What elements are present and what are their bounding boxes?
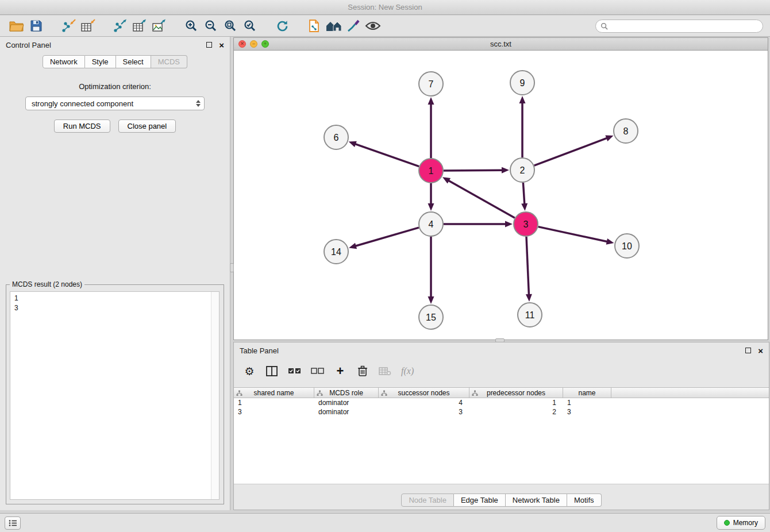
column-header-shared-name[interactable]: shared name <box>234 388 314 398</box>
control-panel-close-button[interactable]: × <box>219 41 224 49</box>
graph-node-1[interactable]: 1 <box>419 159 443 183</box>
graph-node-3[interactable]: 3 <box>514 212 538 236</box>
table-settings-button[interactable]: ⚙ <box>243 364 256 379</box>
paintbrush-icon <box>346 19 360 33</box>
network-document-button[interactable] <box>305 17 324 35</box>
task-history-button[interactable] <box>5 516 21 530</box>
import-table-icon <box>80 19 95 33</box>
tab-network[interactable]: Network <box>43 55 85 68</box>
horizontal-splitter-handle[interactable] <box>495 338 505 342</box>
vertical-splitter-handle[interactable] <box>230 263 234 272</box>
column-header-successor-nodes[interactable]: successor nodes <box>379 388 469 398</box>
tab-node-table[interactable]: Node Table <box>401 494 454 507</box>
table-panel-close-button[interactable]: × <box>758 346 763 355</box>
graph-edge-3-10[interactable] <box>538 227 609 242</box>
dropdown-stepper-icon <box>196 100 201 107</box>
zoom-out-button[interactable] <box>201 17 221 35</box>
import-table-button[interactable] <box>78 17 98 35</box>
export-table-button[interactable] <box>130 17 149 35</box>
zoom-fit-button[interactable] <box>221 17 240 35</box>
memory-status-icon <box>724 520 730 526</box>
graph-edge-1-6[interactable] <box>354 144 419 167</box>
export-network-button[interactable] <box>110 17 130 35</box>
show-details-button[interactable] <box>363 17 383 35</box>
search-input[interactable] <box>611 22 758 30</box>
import-network-icon <box>61 19 76 33</box>
cell-name: 3 <box>563 407 611 417</box>
delete-column-button[interactable] <box>356 364 369 379</box>
result-scrollbar[interactable] <box>211 292 219 499</box>
table-panel-float-button[interactable] <box>745 348 751 353</box>
network-graph[interactable]: 7968124314101511 <box>234 51 768 340</box>
add-column-button[interactable]: + <box>334 364 346 379</box>
maximize-window-icon[interactable]: + <box>261 40 269 48</box>
graph-node-15[interactable]: 15 <box>419 305 443 329</box>
graph-node-2[interactable]: 2 <box>510 158 534 182</box>
table-panel-title: Table Panel <box>240 346 279 355</box>
function-builder-button[interactable]: f(x) <box>401 364 414 379</box>
network-canvas[interactable]: 7968124314101511 <box>234 51 768 340</box>
graph-edge-3-1[interactable] <box>448 180 515 218</box>
graph-node-label-10: 10 <box>622 241 632 251</box>
memory-button[interactable]: Memory <box>717 516 765 530</box>
cell-mcds-role: dominator <box>314 407 379 417</box>
column-header-name[interactable]: name <box>563 388 611 398</box>
graph-edge-3-11[interactable] <box>526 237 529 296</box>
table-header-row: shared name MCDS role successor nodes <box>234 387 769 398</box>
tab-style[interactable]: Style <box>85 55 116 68</box>
cell-shared-name: 3 <box>234 407 314 417</box>
home-button[interactable] <box>324 17 344 35</box>
graph-node-10[interactable]: 10 <box>615 234 639 258</box>
table-row[interactable]: 1 dominator 4 1 1 <box>234 398 769 407</box>
tab-select[interactable]: Select <box>116 55 151 68</box>
refresh-network-button[interactable] <box>272 17 292 35</box>
show-columns-button[interactable] <box>265 364 278 379</box>
control-panel-float-button[interactable] <box>206 42 212 48</box>
graph-node-label-3: 3 <box>523 219 529 229</box>
graph-node-11[interactable]: 11 <box>518 303 542 327</box>
graph-node-label-1: 1 <box>429 166 434 176</box>
tab-network-table[interactable]: Network Table <box>506 494 567 507</box>
optimization-criterion-value: strongly connected component <box>32 99 133 108</box>
refresh-icon <box>276 20 289 33</box>
fx-icon: f(x) <box>401 366 414 376</box>
delete-table-button[interactable] <box>379 364 391 379</box>
graph-edge-4-14[interactable] <box>355 228 419 246</box>
graph-node-4[interactable]: 4 <box>419 212 443 236</box>
table-row[interactable]: 3 dominator 3 2 3 <box>234 407 769 417</box>
graph-edge-arrow-1-2 <box>502 167 509 174</box>
cell-name: 1 <box>563 398 611 407</box>
cell-mcds-role: dominator <box>314 398 379 407</box>
optimization-criterion-select[interactable]: strongly connected component <box>25 97 205 110</box>
minimize-window-icon[interactable]: − <box>250 40 257 48</box>
import-network-button[interactable] <box>59 17 78 35</box>
save-session-button[interactable] <box>26 17 46 35</box>
tab-mcds[interactable]: MCDS <box>151 55 187 68</box>
apply-style-button[interactable] <box>344 17 363 35</box>
graph-node-9[interactable]: 9 <box>510 71 534 95</box>
zoom-selected-button[interactable] <box>240 17 260 35</box>
graph-node-14[interactable]: 14 <box>324 240 348 264</box>
vertical-splitter[interactable] <box>230 37 233 510</box>
graph-node-8[interactable]: 8 <box>614 119 638 143</box>
select-all-rows-button[interactable] <box>288 364 301 379</box>
close-window-icon[interactable]: ✕ <box>238 40 246 48</box>
graph-node-7[interactable]: 7 <box>419 72 443 96</box>
column-header-mcds-role[interactable]: MCDS role <box>314 388 379 398</box>
close-panel-button[interactable]: Close panel <box>118 119 176 133</box>
export-image-button[interactable] <box>149 17 169 35</box>
tab-motifs[interactable]: Motifs <box>567 494 602 507</box>
column-header-predecessor-nodes[interactable]: predecessor nodes <box>469 388 563 398</box>
graph-edge-1-2[interactable] <box>444 170 503 171</box>
tab-edge-table[interactable]: Edge Table <box>454 494 506 507</box>
export-table-icon <box>132 19 147 33</box>
run-mcds-button[interactable]: Run MCDS <box>54 119 110 133</box>
open-session-button[interactable] <box>7 17 26 35</box>
mcds-result-title: MCDS result (2 nodes) <box>10 280 84 288</box>
graph-edge-2-3[interactable] <box>523 183 525 205</box>
memory-label: Memory <box>733 519 758 527</box>
zoom-in-button[interactable] <box>182 17 201 35</box>
deselect-all-rows-button[interactable] <box>311 364 324 379</box>
graph-edge-2-8[interactable] <box>534 138 609 166</box>
graph-node-6[interactable]: 6 <box>324 125 348 149</box>
